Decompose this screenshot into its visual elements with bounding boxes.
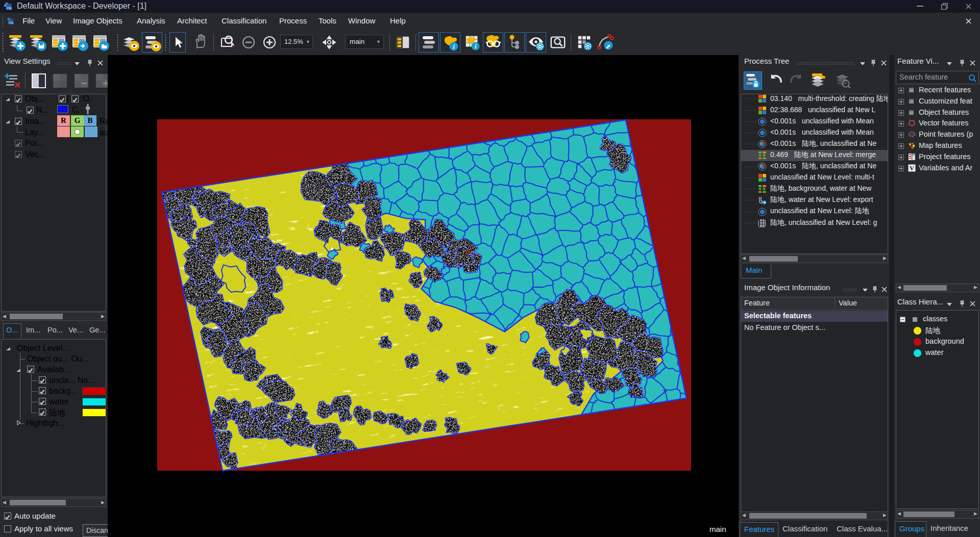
svg-text:i: i xyxy=(453,43,455,50)
svg-text:V: V xyxy=(910,164,915,172)
svg-text:i: i xyxy=(475,43,477,50)
